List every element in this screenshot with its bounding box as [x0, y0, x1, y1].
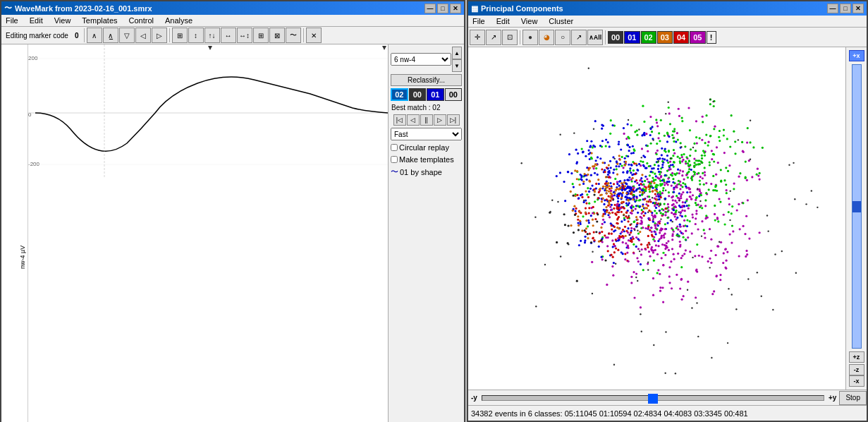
pca-color-tool[interactable]: ◕ — [539, 30, 554, 45]
toolbar-sep-1 — [84, 28, 85, 42]
wavemark-toolbar: Editing marker code 0 ∧ ∧̲ ▽ ◁ ▷ ⊞ ↕ ↑↓ … — [1, 27, 464, 44]
xpos-btn[interactable]: +x — [849, 50, 864, 61]
channel-down[interactable]: ▼ — [452, 59, 462, 72]
channel-up[interactable]: ▲ — [452, 47, 462, 59]
circular-replay-row: Circular replay — [391, 143, 462, 152]
x-axis-slider-track[interactable] — [482, 395, 824, 401]
status-bar: 34382 events in 6 classes: 05:11045 01:1… — [468, 405, 867, 421]
y-scrollbar-thumb[interactable] — [852, 201, 861, 212]
pca-menu-edit[interactable]: Edit — [494, 16, 513, 26]
pca-maximize-button[interactable]: □ — [840, 4, 851, 13]
tb-wave-edit[interactable]: 〜 — [286, 28, 301, 43]
tb-wave-right[interactable]: ▷ — [152, 28, 167, 43]
code-00-badge[interactable]: 00 — [409, 88, 427, 101]
zpos-btn[interactable]: +z — [849, 351, 864, 363]
menu-control[interactable]: Control — [126, 16, 157, 25]
stop-button[interactable]: Stop — [839, 391, 867, 405]
pca-menubar: File Edit View Cluster — [468, 16, 867, 28]
best-match-label: Best match : 02 — [391, 103, 462, 112]
y-scrollbar[interactable] — [852, 64, 862, 349]
nav-last[interactable]: ▷| — [447, 114, 460, 126]
tb-wave-peak[interactable]: ∧̲ — [103, 28, 118, 43]
tb-zoom-h[interactable]: ↔ — [221, 28, 236, 43]
main-waveform: 200 0 -200 -0.4-0.3-0.2-0.10.0 — [28, 44, 388, 422]
tb-wave-down[interactable]: ▽ — [119, 28, 135, 43]
tb-marker[interactable]: ⊠ — [269, 28, 285, 43]
reclassify-button[interactable]: Reclassify... — [391, 74, 462, 86]
make-templates-label: Make templates — [399, 155, 454, 164]
x-axis-neg-label: -y — [468, 394, 480, 402]
y-axis-label: nw-4 µV — [19, 46, 26, 422]
by-shape-row: 〜 01 by shape — [391, 167, 462, 177]
pca-close-button[interactable]: ✕ — [852, 4, 864, 13]
tb-wave-up[interactable]: ∧ — [87, 28, 102, 43]
tb-wave-left[interactable]: ◁ — [135, 28, 151, 43]
channel-select[interactable]: 6 nw-4 — [391, 53, 451, 66]
speed-select[interactable]: Slow Medium Fast — [391, 128, 462, 140]
pca-circle-tool[interactable]: ○ — [555, 30, 570, 45]
code-extra-badge[interactable]: 00 — [445, 88, 463, 101]
maximize-button[interactable]: □ — [437, 4, 448, 13]
channel-selector-row: 6 nw-4 ▲ ▼ — [391, 47, 462, 72]
pca-menu-view[interactable]: View — [518, 16, 541, 26]
scatter-canvas[interactable] — [468, 47, 845, 390]
x-axis-slider-thumb[interactable] — [648, 394, 658, 404]
class-badge-02[interactable]: 02 — [641, 31, 656, 44]
menu-view[interactable]: View — [51, 16, 74, 25]
tb-scroll[interactable]: ↔↕ — [237, 28, 252, 43]
pca-toolbar: ✛ ↗ ⊡ ● ◕ ○ ↗ ∧All 00 01 02 03 04 05 ! — [468, 28, 867, 47]
nav-next[interactable]: ▷ — [434, 114, 446, 126]
pca-title: Principal Components — [481, 4, 563, 13]
nav-first[interactable]: |◁ — [393, 114, 406, 126]
pca-minimize-button[interactable]: — — [827, 4, 838, 13]
class-badge-01[interactable]: 01 — [624, 31, 640, 44]
zneg-btn[interactable]: -z — [849, 364, 864, 375]
pca-icon: ▦ — [471, 4, 478, 13]
class-badge-04[interactable]: 04 — [673, 31, 689, 44]
code-01-badge[interactable]: 01 — [427, 88, 444, 101]
toolbar-sep-3 — [303, 28, 304, 42]
pca-titlebar: ▦ Principal Components — □ ✕ — [468, 1, 867, 16]
class-badge-00[interactable]: 00 — [608, 31, 623, 44]
class-badge-03[interactable]: 03 — [657, 31, 673, 44]
pca-menu-cluster[interactable]: Cluster — [546, 16, 576, 26]
status-text: 34382 events in 6 classes: 05:11045 01:1… — [471, 409, 748, 418]
classifier-panel: 6 nw-4 ▲ ▼ Reclassify... 02 00 01 00 — [388, 44, 464, 422]
marker-code-value: 0 — [72, 31, 82, 40]
pca-dot-tool[interactable]: ● — [522, 30, 538, 45]
code-02-badge[interactable]: 02 — [391, 88, 408, 101]
menu-templates[interactable]: Templates — [79, 16, 120, 25]
class-badge-exclaim[interactable]: ! — [707, 31, 716, 44]
nav-prev[interactable]: ◁ — [407, 114, 420, 126]
pca-arrow-tool[interactable]: ↗ — [486, 30, 501, 45]
template-codes: 02 00 01 00 — [391, 88, 462, 101]
menu-edit[interactable]: Edit — [27, 16, 46, 25]
wavemark-icon: 〜 — [4, 3, 12, 13]
pca-select-tool[interactable]: ↗ — [571, 30, 587, 45]
xneg-btn[interactable]: -x — [849, 375, 864, 387]
tb-grid[interactable]: ⊞ — [253, 28, 269, 43]
x-axis-pos-label: +y — [826, 394, 839, 402]
waveform-grid — [28, 44, 388, 422]
menu-analyse[interactable]: Analyse — [162, 16, 195, 25]
minimize-button[interactable]: — — [424, 4, 436, 13]
pca-lasso-tool[interactable]: ⊡ — [502, 30, 518, 45]
by-shape-label: 01 by shape — [400, 168, 442, 176]
wavemark-title: WaveMark from 2023-02-16_001.smrx — [15, 4, 152, 13]
pca-all-btn[interactable]: ∧All — [587, 30, 603, 45]
pca-menu-file[interactable]: File — [470, 16, 488, 26]
menu-file[interactable]: File — [3, 16, 21, 25]
wavemark-titlebar: 〜 WaveMark from 2023-02-16_001.smrx — □ … — [1, 1, 464, 15]
make-templates-checkbox[interactable] — [391, 156, 398, 163]
pca-cursor-tool[interactable]: ✛ — [470, 30, 485, 45]
tb-zoom-in[interactable]: ↑↓ — [204, 28, 220, 43]
editing-label: Editing marker code — [3, 31, 71, 40]
tb-delete[interactable]: ✕ — [306, 28, 322, 43]
tb-zoom-out[interactable]: ↕ — [188, 28, 204, 43]
class-badge-05[interactable]: 05 — [690, 31, 705, 44]
tb-align[interactable]: ⊞ — [172, 28, 188, 43]
shape-wave-icon: 〜 — [391, 167, 398, 177]
circular-replay-checkbox[interactable] — [391, 144, 398, 151]
nav-pause[interactable]: || — [420, 114, 433, 126]
close-button[interactable]: ✕ — [450, 4, 461, 13]
